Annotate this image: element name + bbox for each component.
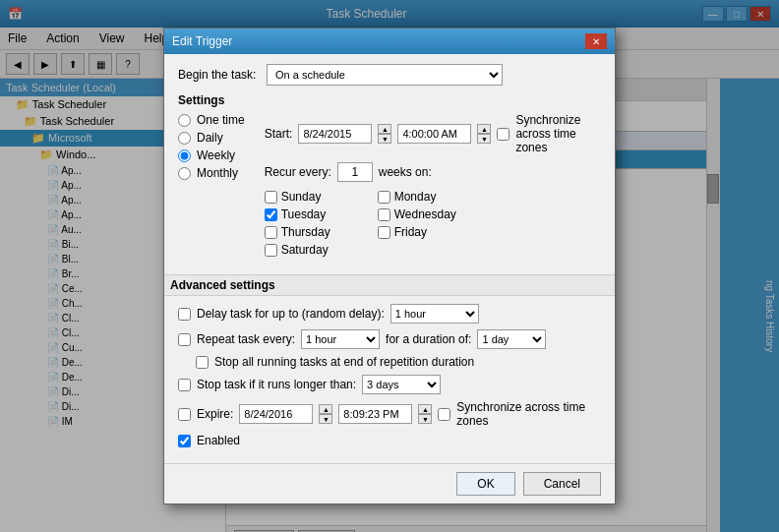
day-friday-checkbox[interactable] <box>378 226 390 239</box>
repeat-task-label: Repeat task every: <box>197 332 295 346</box>
repeat-task-select[interactable]: 1 hour 30 minutes <box>301 329 380 349</box>
right-settings: Start: ▲ ▼ ▲ ▼ Synchroni <box>265 113 601 268</box>
expire-time-up[interactable]: ▲ <box>418 404 432 414</box>
day-thursday-label: Thursday <box>281 225 330 239</box>
day-saturday-label: Saturday <box>281 243 329 257</box>
radio-daily[interactable]: Daily <box>178 131 245 145</box>
radio-daily-input[interactable] <box>178 132 191 145</box>
day-monday-label: Monday <box>394 190 437 204</box>
begin-task-row: Begin the task: On a schedule At log on … <box>178 64 601 86</box>
for-duration-select[interactable]: 1 day Indefinitely <box>477 329 546 349</box>
radio-monthly-input[interactable] <box>178 167 191 180</box>
repeat-task-row: Repeat task every: 1 hour 30 minutes for… <box>178 329 601 349</box>
radio-weekly[interactable]: Weekly <box>178 148 245 162</box>
stop-task-row: Stop task if it runs longer than: 3 days… <box>178 375 601 394</box>
delay-task-row: Delay task for up to (random delay): 1 h… <box>178 304 601 324</box>
recur-suffix: weeks on: <box>379 165 432 179</box>
radio-group: One time Daily Weekly Monthly <box>178 113 245 261</box>
day-wednesday-label: Wednesday <box>394 207 456 221</box>
day-wednesday[interactable]: Wednesday <box>378 207 491 221</box>
expire-date-down[interactable]: ▼ <box>319 414 332 424</box>
expire-row: Expire: ▲ ▼ ▲ ▼ Synchronize across time … <box>178 400 601 428</box>
enabled-label: Enabled <box>197 434 240 447</box>
start-label: Start: <box>265 127 293 141</box>
modal-footer: OK Cancel <box>164 463 615 503</box>
expire-sync-label: Synchronize across time zones <box>456 400 601 428</box>
radio-weekly-input[interactable] <box>178 149 191 162</box>
modal-body: Begin the task: On a schedule At log on … <box>164 54 615 463</box>
day-sunday-checkbox[interactable] <box>265 191 277 204</box>
day-tuesday[interactable]: Tuesday <box>265 207 378 221</box>
day-thursday[interactable]: Thursday <box>265 225 378 239</box>
sync-timezone-label: Synchronize across time zones <box>515 113 601 154</box>
expire-date-input[interactable] <box>239 404 313 424</box>
enabled-row: Enabled <box>178 434 601 447</box>
stop-task-checkbox[interactable] <box>178 379 191 391</box>
start-time-up[interactable]: ▲ <box>477 124 491 134</box>
stop-task-label: Stop task if it runs longer than: <box>197 378 356 391</box>
advanced-settings-label: Advanced settings <box>164 274 615 296</box>
radio-one-time-label: One time <box>197 113 245 127</box>
start-date-spin[interactable]: ▲ ▼ <box>378 124 391 144</box>
delay-task-select[interactable]: 1 hour 30 minutes <box>390 304 479 324</box>
begin-task-label: Begin the task: <box>178 68 267 82</box>
stop-task-select[interactable]: 3 days 1 hour <box>362 375 441 394</box>
sync-timezone-row: Synchronize across time zones <box>497 113 601 154</box>
day-tuesday-checkbox[interactable] <box>265 208 277 221</box>
day-wednesday-checkbox[interactable] <box>378 208 390 221</box>
day-thursday-checkbox[interactable] <box>265 226 277 239</box>
expire-time-spin[interactable]: ▲ ▼ <box>418 404 432 424</box>
days-grid: Sunday Monday Tuesday Wednesday <box>265 190 601 261</box>
recur-row: Recur every: weeks on: <box>265 162 601 182</box>
start-date-input[interactable] <box>298 124 372 144</box>
radio-monthly[interactable]: Monthly <box>178 166 245 180</box>
stop-all-checkbox[interactable] <box>196 356 209 369</box>
modal-title: Edit Trigger <box>172 34 585 48</box>
recur-value-input[interactable] <box>337 162 373 182</box>
start-time-spin[interactable]: ▲ ▼ <box>477 124 491 144</box>
modal-overlay: Edit Trigger ✕ Begin the task: On a sche… <box>0 0 779 532</box>
day-monday[interactable]: Monday <box>378 190 491 204</box>
modal-titlebar: Edit Trigger ✕ <box>164 29 615 54</box>
expire-time-down[interactable]: ▼ <box>418 414 432 424</box>
expire-time-input[interactable] <box>338 404 412 424</box>
day-tuesday-label: Tuesday <box>281 207 327 221</box>
sync-timezone-checkbox[interactable] <box>497 128 509 141</box>
edit-trigger-dialog: Edit Trigger ✕ Begin the task: On a sche… <box>163 28 616 504</box>
cancel-button[interactable]: Cancel <box>523 472 601 496</box>
radio-weekly-label: Weekly <box>197 148 235 162</box>
for-duration-label: for a duration of: <box>386 332 471 346</box>
begin-task-select[interactable]: On a schedule At log on At startup On id… <box>267 64 503 86</box>
settings-label: Settings <box>178 93 601 107</box>
stop-all-label: Stop all running tasks at end of repetit… <box>214 355 474 369</box>
expire-label: Expire: <box>197 407 233 421</box>
enabled-checkbox[interactable] <box>178 435 191 447</box>
stop-all-row: Stop all running tasks at end of repetit… <box>178 355 601 369</box>
start-time-down[interactable]: ▼ <box>477 134 491 144</box>
radio-one-time[interactable]: One time <box>178 113 245 127</box>
start-date-down[interactable]: ▼ <box>378 134 391 144</box>
expire-sync-row: Synchronize across time zones <box>438 400 601 428</box>
day-saturday-checkbox[interactable] <box>265 244 277 257</box>
expire-date-spin[interactable]: ▲ ▼ <box>319 404 332 424</box>
delay-task-label: Delay task for up to (random delay): <box>197 307 385 321</box>
delay-task-checkbox[interactable] <box>178 308 191 321</box>
radio-daily-label: Daily <box>197 131 223 145</box>
recur-label: Recur every: <box>265 165 331 179</box>
start-time-input[interactable] <box>397 124 471 144</box>
modal-close-button[interactable]: ✕ <box>585 33 607 49</box>
day-saturday[interactable]: Saturday <box>265 243 378 257</box>
radio-one-time-input[interactable] <box>178 114 191 127</box>
expire-checkbox[interactable] <box>178 408 191 421</box>
day-sunday[interactable]: Sunday <box>265 190 378 204</box>
start-date-up[interactable]: ▲ <box>378 124 391 134</box>
expire-date-up[interactable]: ▲ <box>319 404 332 414</box>
day-friday[interactable]: Friday <box>378 225 491 239</box>
repeat-task-checkbox[interactable] <box>178 333 191 346</box>
radio-monthly-label: Monthly <box>197 166 238 180</box>
ok-button[interactable]: OK <box>456 472 514 496</box>
settings-layout: One time Daily Weekly Monthly <box>178 113 601 268</box>
expire-sync-checkbox[interactable] <box>438 408 450 421</box>
day-monday-checkbox[interactable] <box>378 191 390 204</box>
start-row: Start: ▲ ▼ ▲ ▼ Synchroni <box>265 113 601 154</box>
